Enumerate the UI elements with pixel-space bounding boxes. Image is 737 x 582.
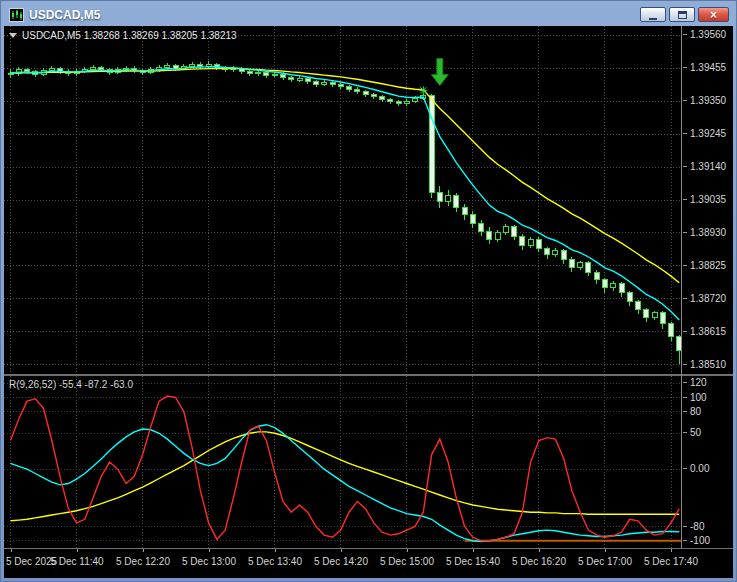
indicator-axis-label: 120 — [682, 378, 707, 388]
time-axis-label: 5 Dec 12:20 — [116, 556, 170, 567]
close-button[interactable]: × — [698, 7, 729, 22]
time-axis-label: 5 Dec 14:20 — [314, 556, 368, 567]
main-chart-canvas[interactable] — [4, 26, 681, 374]
price-axis-label: 1.39140 — [682, 162, 726, 172]
price-axis-label: 1.39245 — [682, 129, 726, 139]
main-chart-pane[interactable]: USDCAD,M5 1.38268 1.38269 1.38205 1.3821… — [4, 26, 681, 374]
time-axis-tick — [473, 549, 474, 552]
time-axis-tick — [209, 549, 210, 552]
ohlc-info-text: USDCAD,M5 1.38268 1.38269 1.38205 1.3821… — [22, 30, 237, 41]
minimize-icon — [649, 18, 657, 20]
quote-line: USDCAD,M5 1.38268 1.38269 1.38205 1.3821… — [9, 30, 237, 41]
price-axis-label: 1.38615 — [682, 327, 726, 337]
time-axis-label: 5 Dec 13:40 — [248, 556, 302, 567]
price-axis-label: 1.38720 — [682, 294, 726, 304]
time-axis-tick — [341, 549, 342, 552]
indicator-axis-label: 80 — [682, 407, 701, 417]
indicator-axis-label: -80 — [682, 522, 704, 532]
restore-button[interactable] — [669, 7, 695, 22]
price-axis-label: 1.39350 — [682, 96, 726, 106]
time-axis-tick — [77, 549, 78, 552]
indicator-label: R(9,26,52) -55.4 -87.2 -63.0 — [9, 379, 133, 390]
chevron-down-icon[interactable] — [9, 33, 17, 38]
indicator-canvas[interactable] — [4, 376, 681, 548]
time-axis-tick — [407, 549, 408, 552]
minimize-button[interactable] — [640, 7, 666, 22]
time-axis-tick — [671, 549, 672, 552]
window-controls: × — [640, 7, 731, 22]
indicator-axis-label: 0.00 — [682, 464, 709, 474]
time-axis-tick — [275, 549, 276, 552]
price-axis-label: 1.39560 — [682, 30, 726, 40]
time-axis[interactable]: 5 Dec 20255 Dec 11:405 Dec 12:205 Dec 13… — [4, 549, 733, 578]
time-axis-label: 5 Dec 16:20 — [512, 556, 566, 567]
restore-icon — [678, 11, 687, 19]
time-axis-tick — [605, 549, 606, 552]
chart-window-icon — [9, 8, 24, 22]
window-titlebar[interactable]: USDCAD,M5 × — [4, 0, 733, 26]
time-axis-tick — [143, 549, 144, 552]
indicator-axis-label: 50 — [682, 428, 701, 438]
time-axis-label: 5 Dec 15:00 — [380, 556, 434, 567]
price-axis-label: 1.38930 — [682, 228, 726, 238]
window-title: USDCAD,M5 — [29, 8, 100, 22]
time-axis-label: 5 Dec 15:40 — [446, 556, 500, 567]
chart-window: USDCAD,M5 × USDCAD,M5 1.38268 1.38269 1.… — [0, 0, 737, 582]
indicator-axis-label: 100 — [682, 393, 707, 403]
indicator-pane[interactable]: R(9,26,52) -55.4 -87.2 -63.0 — [4, 376, 681, 548]
time-axis-label: 5 Dec 13:00 — [182, 556, 236, 567]
indicator-axis-label: -100 — [682, 536, 710, 546]
price-axis-label: 1.39035 — [682, 195, 726, 205]
chart-client-area: USDCAD,M5 1.38268 1.38269 1.38205 1.3821… — [4, 26, 733, 578]
time-axis-tick — [11, 549, 12, 552]
time-axis-tick — [539, 549, 540, 552]
time-axis-label: 5 Dec 17:00 — [578, 556, 632, 567]
price-axis[interactable]: 1.395601.394551.393501.392451.391401.390… — [681, 26, 733, 548]
time-axis-label: 5 Dec 17:40 — [644, 556, 698, 567]
price-axis-label: 1.38825 — [682, 261, 726, 271]
time-axis-label: 5 Dec 11:40 — [50, 556, 103, 567]
price-axis-label: 1.38510 — [682, 360, 726, 370]
price-axis-label: 1.39455 — [682, 63, 726, 73]
